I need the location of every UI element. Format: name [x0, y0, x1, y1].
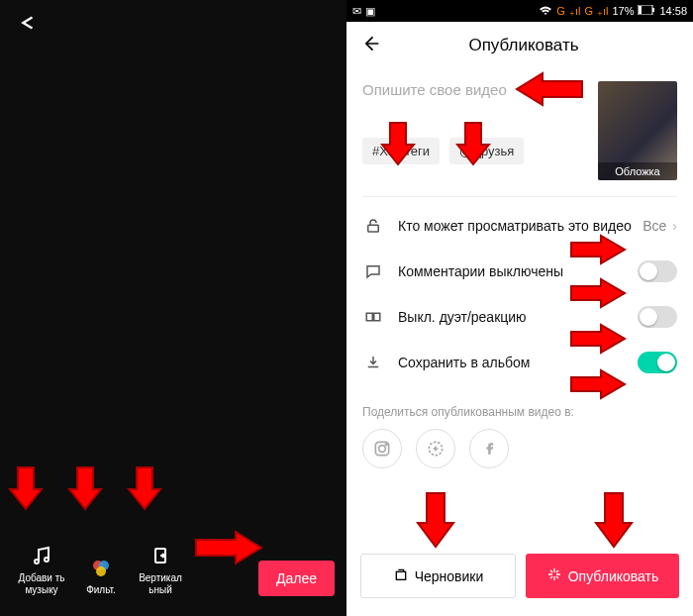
comments-label: Комментарии выключены	[398, 263, 638, 280]
svg-point-0	[35, 560, 39, 564]
video-editor-screen: Добави ть музыку Фильт. Вертикал ьный Да…	[0, 0, 346, 616]
back-icon[interactable]	[16, 14, 38, 39]
drafts-icon	[393, 566, 409, 585]
save-label: Сохранить в альбом	[398, 355, 638, 371]
stories-share[interactable]	[416, 429, 455, 468]
comments-toggle[interactable]	[638, 260, 677, 282]
divider	[362, 196, 677, 197]
instagram-share[interactable]	[362, 429, 402, 468]
svg-point-13	[379, 446, 386, 453]
filter-button[interactable]: Фильт.	[71, 555, 131, 596]
privacy-value: Все	[643, 218, 666, 234]
drafts-button[interactable]: Черновики	[360, 554, 516, 598]
tool-label: Добави ть музыку	[12, 572, 71, 596]
publish-screen: ✉ ▣ G ₊ıl G ₊ıl 17% 14:58 Опубликовать О…	[346, 0, 693, 616]
battery-pct: 17%	[612, 5, 634, 17]
comments-row[interactable]: Комментарии выключены	[362, 249, 677, 294]
back-arrow-icon[interactable]	[360, 34, 380, 58]
signal-bars-2: ₊ıl	[597, 5, 609, 18]
svg-point-1	[45, 558, 49, 562]
image-icon: ▣	[365, 5, 375, 18]
svg-rect-9	[368, 225, 379, 232]
cover-thumbnail[interactable]: Обложка	[598, 81, 677, 180]
hashtag-chip[interactable]: #Хэштеги	[362, 138, 440, 164]
mail-icon: ✉	[352, 5, 361, 18]
clock: 14:58	[659, 5, 687, 17]
save-toggle[interactable]	[638, 352, 677, 373]
drafts-label: Черновики	[415, 568, 484, 584]
svg-rect-11	[374, 313, 380, 321]
cover-label: Обложка	[598, 162, 677, 180]
tool-label: Вертикал ьный	[131, 572, 190, 596]
privacy-label: Кто может просматривать это видео	[398, 218, 643, 235]
save-row[interactable]: Сохранить в альбом	[362, 340, 677, 385]
wifi-icon	[539, 5, 552, 18]
add-music-button[interactable]: Добави ть музыку	[12, 543, 71, 596]
comment-icon	[362, 260, 384, 282]
publish-icon	[546, 566, 562, 585]
lock-icon	[362, 215, 384, 237]
signal-1: G	[556, 5, 565, 17]
signal-2: G	[584, 5, 593, 17]
svg-rect-10	[366, 313, 372, 321]
svg-point-4	[96, 566, 106, 576]
svg-rect-8	[652, 8, 654, 12]
status-bar: ✉ ▣ G ₊ıl G ₊ıl 17% 14:58	[346, 0, 693, 22]
share-label: Поделиться опубликованным видео в:	[346, 385, 693, 429]
tool-label: Фильт.	[86, 584, 116, 596]
svg-rect-16	[396, 571, 405, 579]
svg-rect-7	[639, 6, 642, 14]
description-input[interactable]: Опишите свое видео	[362, 81, 598, 98]
duet-toggle[interactable]	[638, 306, 677, 328]
facebook-share[interactable]	[469, 429, 509, 468]
svg-point-14	[385, 444, 387, 446]
page-title: Опубликовать	[388, 36, 659, 55]
friends-chip[interactable]: @Друзья	[449, 138, 524, 164]
duet-icon	[362, 306, 384, 328]
battery-icon	[638, 5, 655, 17]
next-button[interactable]: Далее	[258, 561, 335, 596]
chevron-right-icon: ›	[672, 218, 677, 234]
signal-bars-1: ₊ıl	[569, 5, 581, 18]
publish-label: Опубликовать	[568, 568, 659, 584]
music-icon	[29, 543, 54, 568]
download-icon	[362, 352, 384, 373]
filter-icon	[88, 555, 114, 580]
privacy-row[interactable]: Кто может просматривать это видео Все ›	[362, 203, 677, 249]
duet-row[interactable]: Выкл. дуэт/реакцию	[362, 294, 677, 340]
publish-button[interactable]: Опубликовать	[526, 554, 679, 598]
duet-label: Выкл. дуэт/реакцию	[398, 309, 638, 326]
vertical-button[interactable]: Вертикал ьный	[131, 543, 190, 596]
rotate-icon	[148, 543, 173, 568]
